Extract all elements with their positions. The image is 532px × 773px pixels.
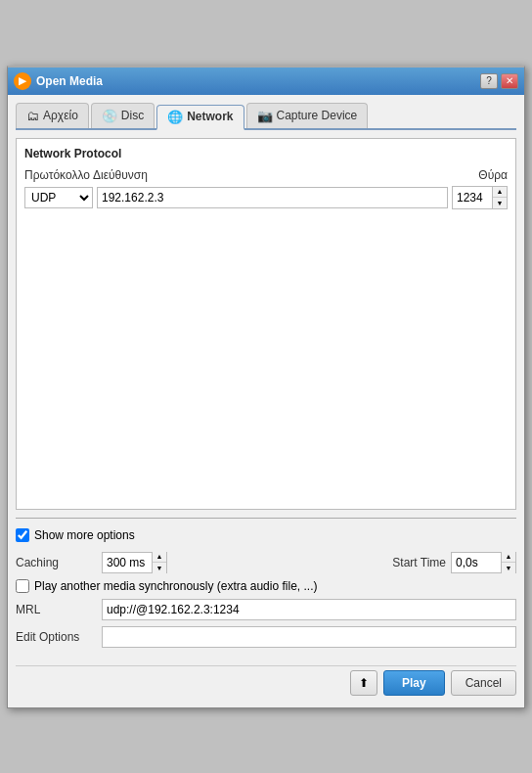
cancel-button[interactable]: Cancel [451,670,516,696]
show-more-row: Show more options [16,524,516,546]
protocol-column-label: Πρωτόκολλο [24,168,93,182]
tab-disc-label: Disc [121,109,144,122]
tab-file-label: Αρχείο [43,109,78,122]
network-tab-icon: 🌐 [167,110,183,124]
address-column-label: Διεύθυνση [93,168,439,182]
port-container: ▲ ▼ [452,186,508,209]
show-more-label[interactable]: Show more options [34,528,135,542]
port-spinner: ▲ ▼ [492,187,507,208]
caching-input-group: ▲ ▼ [102,552,167,573]
caching-label: Caching [16,556,94,569]
tab-capture-label: Capture Device [277,109,358,122]
title-bar: ▶ Open Media ? ✕ [8,68,524,95]
arrow-button[interactable]: ⬆ [350,670,377,696]
port-input[interactable] [453,187,492,208]
panel-title: Network Protocol [24,147,508,160]
port-column-label: Θύρα [439,168,508,182]
field-labels-row: Πρωτόκολλο Διεύθυνση Θύρα [24,168,508,182]
port-spin-down[interactable]: ▼ [493,198,507,208]
extra-options-panel: Caching ▲ ▼ Start Time ▲ ▼ [16,546,516,661]
options-separator [16,518,516,519]
protocol-address-port-row: UDP TCP HTTP RTSP RTP MMS ▲ ▼ [24,186,508,209]
protocol-select[interactable]: UDP TCP HTTP RTSP RTP MMS [24,187,93,208]
start-time-label: Start Time [392,556,446,569]
address-input[interactable] [97,187,448,208]
tab-network[interactable]: 🌐 Network [156,105,244,130]
tab-network-label: Network [187,110,233,123]
file-tab-icon: 🗂 [26,109,39,123]
caching-spin-down[interactable]: ▼ [153,563,166,573]
edit-options-input[interactable] [102,626,516,648]
title-bar-left: ▶ Open Media [14,72,103,90]
edit-options-row: Edit Options [16,626,516,648]
tab-capture[interactable]: 📷 Capture Device [246,103,369,128]
start-time-spin-down[interactable]: ▼ [502,563,515,573]
close-button[interactable]: ✕ [501,73,518,89]
mrl-row: MRL [16,599,516,620]
mrl-label: MRL [16,603,94,616]
open-media-window: ▶ Open Media ? ✕ 🗂 Αρχείο 💿 Disc 🌐 Netwo… [7,66,525,708]
start-time-spin-up[interactable]: ▲ [502,552,515,563]
title-buttons: ? ✕ [480,73,518,89]
mrl-input[interactable] [102,599,516,620]
play-sync-row: Play another media synchronously (extra … [16,579,516,593]
button-row: ⬆ Play Cancel [16,665,516,700]
port-spin-up[interactable]: ▲ [493,187,507,198]
tabs-bar: 🗂 Αρχείο 💿 Disc 🌐 Network 📷 Capture Devi… [16,103,516,130]
vlc-icon: ▶ [14,72,31,90]
play-sync-checkbox[interactable] [16,579,29,593]
disc-tab-icon: 💿 [102,109,117,123]
play-button[interactable]: Play [383,670,445,696]
window-title: Open Media [36,74,103,88]
start-time-group: Start Time ▲ ▼ [392,552,516,573]
start-time-input[interactable] [452,553,501,572]
start-time-spinner: ▲ ▼ [501,552,515,573]
help-button[interactable]: ? [480,73,498,89]
window-body: 🗂 Αρχείο 💿 Disc 🌐 Network 📷 Capture Devi… [8,95,524,707]
tab-disc[interactable]: 💿 Disc [91,103,155,128]
show-more-checkbox[interactable] [16,528,29,542]
play-sync-label[interactable]: Play another media synchronously (extra … [34,579,317,593]
edit-options-label: Edit Options [16,630,94,644]
caching-spinner: ▲ ▼ [152,552,166,573]
caching-spin-up[interactable]: ▲ [153,552,166,563]
network-content-panel: Network Protocol Πρωτόκολλο Διεύθυνση Θύ… [16,138,516,510]
caching-row: Caching ▲ ▼ Start Time ▲ ▼ [16,552,516,573]
start-time-input-group: ▲ ▼ [451,552,516,573]
tab-file[interactable]: 🗂 Αρχείο [16,103,89,128]
caching-input[interactable] [103,553,152,572]
capture-tab-icon: 📷 [257,109,273,123]
